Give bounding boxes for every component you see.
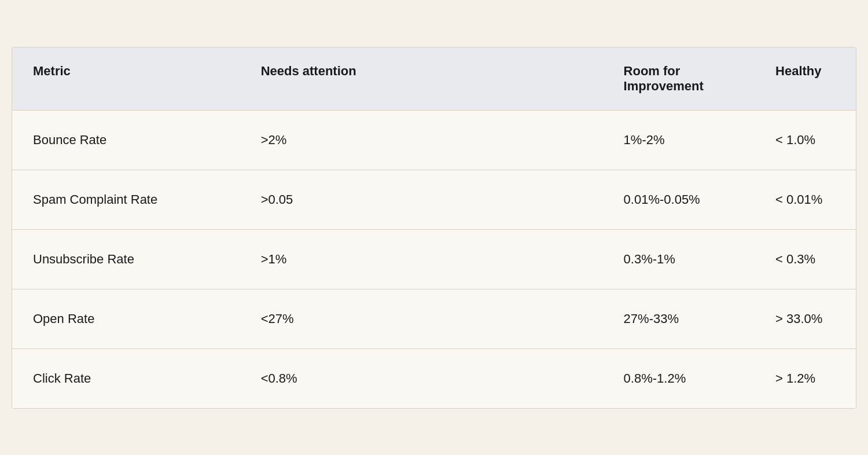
header-healthy: Healthy [755, 47, 856, 111]
cell-room-for-improvement: 0.8%-1.2% [603, 348, 755, 408]
cell-metric: Bounce Rate [12, 110, 240, 170]
table-row: Bounce Rate>2%1%-2%< 1.0% [12, 110, 856, 170]
metrics-table-container: Metric Needs attention Room for Improvem… [12, 47, 856, 409]
table-row: Unsubscribe Rate>1%0.3%-1%< 0.3% [12, 229, 856, 289]
cell-needs-attention: >0.05 [240, 170, 603, 229]
cell-metric: Spam Complaint Rate [12, 170, 240, 229]
header-room-for-improvement: Room for Improvement [603, 47, 755, 111]
cell-needs-attention: <0.8% [240, 348, 603, 408]
header-needs-attention: Needs attention [240, 47, 603, 111]
cell-needs-attention: >1% [240, 229, 603, 289]
cell-healthy: > 33.0% [755, 289, 856, 348]
table-header-row: Metric Needs attention Room for Improvem… [12, 47, 856, 111]
cell-healthy: > 1.2% [755, 348, 856, 408]
cell-healthy: < 0.3% [755, 229, 856, 289]
header-metric: Metric [12, 47, 240, 111]
cell-room-for-improvement: 0.3%-1% [603, 229, 755, 289]
table-row: Open Rate<27%27%-33%> 33.0% [12, 289, 856, 348]
table-row: Spam Complaint Rate>0.050.01%-0.05%< 0.0… [12, 170, 856, 229]
cell-needs-attention: >2% [240, 110, 603, 170]
table-row: Click Rate<0.8%0.8%-1.2%> 1.2% [12, 348, 856, 408]
cell-metric: Click Rate [12, 348, 240, 408]
cell-room-for-improvement: 1%-2% [603, 110, 755, 170]
cell-healthy: < 0.01% [755, 170, 856, 229]
cell-healthy: < 1.0% [755, 110, 856, 170]
cell-room-for-improvement: 0.01%-0.05% [603, 170, 755, 229]
cell-room-for-improvement: 27%-33% [603, 289, 755, 348]
cell-metric: Open Rate [12, 289, 240, 348]
cell-needs-attention: <27% [240, 289, 603, 348]
metrics-table: Metric Needs attention Room for Improvem… [12, 47, 856, 408]
cell-metric: Unsubscribe Rate [12, 229, 240, 289]
